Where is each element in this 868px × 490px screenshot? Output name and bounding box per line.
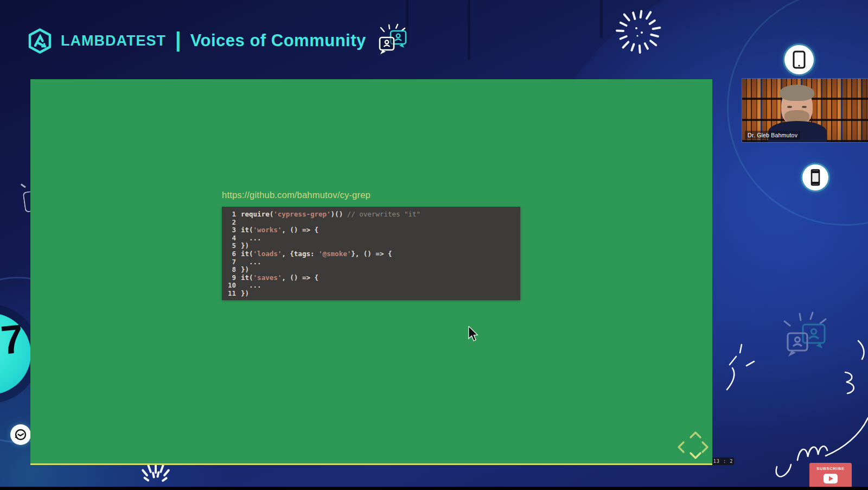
youtube-play-icon [823, 473, 838, 484]
slide-navigation [677, 431, 715, 464]
bottom-letterbox [0, 487, 868, 490]
header-separator: | [175, 29, 181, 50]
repo-link[interactable]: https://github.com/bahmutov/cy-grep [222, 190, 371, 200]
subscribe-label: SUBSCRIBE [816, 466, 844, 471]
mouse-cursor [468, 326, 480, 342]
speaker-face [781, 88, 813, 125]
nav-left-chevron[interactable] [677, 441, 685, 454]
code-line: 9it('saves', () => { [224, 274, 516, 282]
code-line: 11}) [224, 290, 516, 298]
nav-up-chevron[interactable] [689, 431, 702, 439]
background-streak [468, 0, 470, 60]
code-line: 5}) [224, 242, 516, 250]
lambdatest-logo-icon [27, 28, 53, 54]
page-title: Voices of Community [190, 31, 366, 50]
partial-chat-bubble-ray [21, 183, 26, 188]
presentation-slide: https://github.com/bahmutov/cy-grep 1req… [30, 79, 712, 465]
nav-down-chevron[interactable] [689, 451, 702, 460]
corner-digit: 7 [0, 315, 25, 364]
tablet-device-badge [784, 45, 814, 74]
code-line: 2 [224, 219, 516, 227]
tablet-icon [791, 50, 807, 69]
code-line: 3it('works', () => { [224, 226, 516, 234]
code-line: 4 ... [224, 234, 516, 243]
background-streak [600, 0, 603, 38]
speaker-name-label: Dr. Gleb Bahmutov [745, 131, 800, 139]
history-clock-button [10, 424, 31, 445]
corner-number-badge: 7 [0, 313, 31, 394]
code-line: 8}) [224, 266, 516, 274]
code-block: 1require('cypress-grep')() // overwrites… [222, 207, 520, 300]
voices-chat-icon [374, 24, 408, 58]
subscribe-button[interactable]: SUBSCRIBE [809, 463, 852, 490]
code-line: 10 ... [224, 282, 516, 290]
code-line: 1require('cypress-grep')() // overwrites… [224, 211, 516, 219]
phone-device-badge [802, 164, 828, 190]
slide-progress-bar [30, 463, 712, 465]
firework-decoration [606, 0, 671, 62]
mobile-phone-icon [808, 169, 822, 186]
speaker-video[interactable]: Dr. Gleb Bahmutov [742, 79, 868, 142]
nav-right-chevron[interactable] [701, 441, 709, 454]
code-block-lines: 1require('cypress-grep')() // overwrites… [224, 211, 516, 298]
code-line: 7 ... [224, 258, 516, 266]
brand-name: LAMBDATEST [61, 33, 166, 49]
webinar-stage: LAMBDATEST | Voices of Community [0, 0, 868, 490]
header: LAMBDATEST | Voices of Community [27, 24, 408, 58]
code-line: 6it('loads', {tags: '@smoke'}, () => { [224, 250, 516, 258]
clock-icon [14, 428, 27, 441]
